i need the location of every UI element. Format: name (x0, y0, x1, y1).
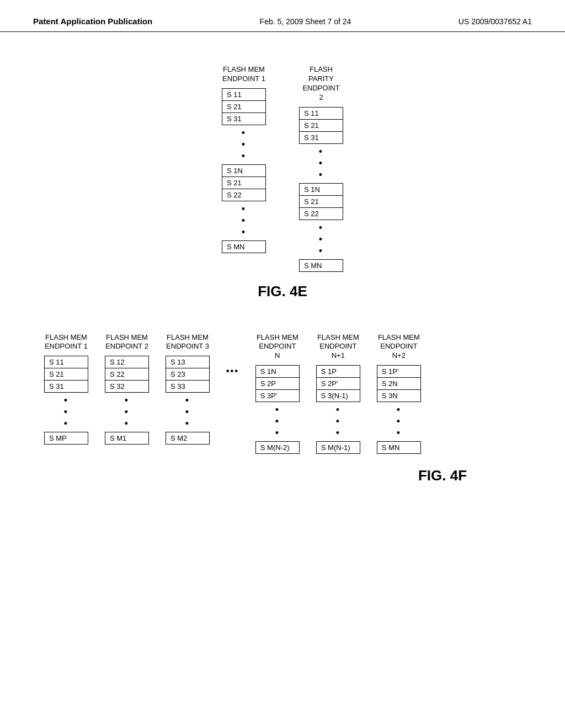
fig4f-epN2-table2: S MN (377, 441, 421, 454)
publication-label: Patent Application Publication (33, 17, 152, 26)
fig4e-section: FLASH MEMENDPOINT 1 S 11 S 21 S 31 ••• S… (33, 65, 532, 300)
fig4f-ep3-table2: S M2 (166, 432, 210, 445)
table-row: S 2N (377, 378, 420, 390)
table-row: S 1N (255, 366, 299, 378)
table-row: S 22 (105, 368, 149, 381)
table-row: S 33 (166, 381, 210, 393)
ellipsis-separator: ••• (226, 333, 239, 376)
dots-epN: ••• (275, 402, 280, 441)
table-row: S 1P' (377, 366, 420, 378)
fig4f-ep2-table: S 12 S 22 S 32 (105, 356, 149, 393)
table-row: S 32 (105, 381, 149, 393)
table-row: S 21 (300, 195, 343, 207)
fig4e-caption: FIG. 4E (258, 283, 307, 300)
fig4e-endpoint1-table3: S MN (222, 240, 266, 253)
fig4f-endpointN2-label: FLASH MEMENDPOINTN+2 (378, 333, 420, 361)
dots-ep3: ••• (185, 393, 190, 432)
fig4e-columns: FLASH MEMENDPOINT 1 S 11 S 21 S 31 ••• S… (222, 65, 343, 272)
publication-number: US 2009/0037652 A1 (459, 17, 532, 26)
table-row: S 31 (222, 113, 266, 125)
fig4e-endpoint2-table3: S MN (299, 259, 343, 272)
fig4f-epN-table: S 1N S 2P S 3P' (255, 365, 300, 402)
table-row: S MN (300, 259, 343, 271)
fig4e-endpoint2-table2: S 1N S 21 S 22 (299, 183, 343, 220)
table-row: S 1P (316, 366, 360, 378)
table-row: S M(N-2) (255, 442, 299, 454)
table-row: S 2P' (316, 378, 360, 390)
fig4f-endpointN2-col: FLASH MEMENDPOINTN+2 S 1P' S 2N S 3N •••… (377, 333, 421, 454)
fig4e-endpoint1-col: FLASH MEMENDPOINT 1 S 11 S 21 S 31 ••• S… (222, 65, 266, 253)
table-row: S 2P (255, 378, 299, 390)
table-row: S 31 (300, 131, 343, 143)
table-row: S 22 (222, 189, 266, 201)
table-row: S 31 (45, 381, 88, 393)
fig4f-endpointN1-col: FLASH MEMENDPOINTN+1 S 1P S 2P' S 3(N-1)… (316, 333, 360, 454)
fig4f-endpointN-label: FLASH MEMENDPOINTN (257, 333, 299, 361)
fig4f-columns: FLASH MEMENDPOINT 1 S 11 S 21 S 31 ••• S… (44, 333, 421, 454)
table-row: S 21 (222, 100, 266, 113)
fig4f-ep1-table: S 11 S 21 S 31 (44, 356, 88, 393)
fig4f-endpointN-col: FLASH MEMENDPOINTN S 1N S 2P S 3P' ••• S… (255, 333, 300, 454)
main-content: FLASH MEMENDPOINT 1 S 11 S 21 S 31 ••• S… (0, 32, 565, 495)
fig4f-endpointN1-label: FLASH MEMENDPOINTN+1 (317, 333, 359, 361)
table-row: S 21 (45, 368, 88, 381)
table-row: S MN (222, 240, 266, 253)
table-row: S 21 (300, 119, 343, 131)
table-row: S 3(N-1) (316, 390, 360, 402)
fig4e-endpoint2-label: FLASHPARITYENDPOINT2 (302, 65, 339, 103)
fig4f-endpoint1-col: FLASH MEMENDPOINT 1 S 11 S 21 S 31 ••• S… (44, 333, 88, 445)
table-row: S 3P' (255, 390, 299, 402)
table-row: S MP (45, 432, 88, 445)
fig4f-epN2-table: S 1P' S 2N S 3N (377, 365, 421, 402)
fig4f-epN1-table2: S M(N-1) (316, 441, 360, 454)
table-row: S 23 (166, 368, 210, 381)
fig4f-ep3-table: S 13 S 23 S 33 (166, 356, 210, 393)
table-row: S 11 (45, 356, 88, 368)
dots-epN2: ••• (397, 402, 401, 441)
fig4f-epN1-table: S 1P S 2P' S 3(N-1) (316, 365, 360, 402)
table-row: S M1 (105, 432, 149, 445)
table-row: S 13 (166, 356, 210, 368)
fig4f-ep1-table2: S MP (44, 432, 88, 445)
dots1: ••• (242, 125, 246, 164)
page: Patent Application Publication Feb. 5, 2… (0, 0, 565, 728)
publication-date-sheet: Feb. 5, 2009 Sheet 7 of 24 (260, 17, 351, 26)
fig4e-endpoint2-table: S 11 S 21 S 31 (299, 107, 343, 144)
dots2: ••• (242, 201, 246, 240)
table-row: S 12 (105, 356, 149, 368)
dots3: ••• (319, 144, 323, 183)
fig4f-endpoint1-label: FLASH MEMENDPOINT 1 (45, 333, 88, 352)
dots-ep1: ••• (64, 393, 68, 432)
table-row: S 22 (300, 207, 343, 220)
table-row: S 11 (300, 107, 343, 119)
fig4f-endpoint3-label: FLASH MEMENDPOINT 3 (166, 333, 209, 352)
table-row: S 21 (222, 176, 266, 189)
table-row: S M2 (166, 432, 210, 445)
fig4e-endpoint1-table: S 11 S 21 S 31 (222, 88, 266, 125)
dots-ep2: ••• (125, 393, 129, 432)
fig4f-ep2-table2: S M1 (105, 432, 149, 445)
dots4: ••• (319, 220, 323, 259)
fig4e-endpoint1-table2: S 1N S 21 S 22 (222, 164, 266, 201)
table-row: S 1N (300, 183, 343, 195)
fig4f-endpoint3-col: FLASH MEMENDPOINT 3 S 13 S 23 S 33 ••• S… (166, 333, 210, 445)
fig4f-caption: FIG. 4F (199, 467, 565, 484)
table-row: S 3N (377, 390, 420, 402)
dots-epN1: ••• (336, 402, 340, 441)
table-row: S 1N (222, 164, 266, 176)
table-row: S MN (377, 442, 420, 454)
fig4f-endpoint2-label: FLASH MEMENDPOINT 2 (105, 333, 148, 352)
table-row: S M(N-1) (316, 442, 360, 454)
fig4e-endpoint1-label: FLASH MEMENDPOINT 1 (222, 65, 265, 84)
table-row: S 11 (222, 88, 266, 100)
fig4e-endpoint2-col: FLASHPARITYENDPOINT2 S 11 S 21 S 31 ••• … (299, 65, 343, 272)
fig4f-section: FLASH MEMENDPOINT 1 S 11 S 21 S 31 ••• S… (33, 333, 532, 485)
page-header: Patent Application Publication Feb. 5, 2… (0, 0, 565, 32)
fig4f-epN-table2: S M(N-2) (255, 441, 300, 454)
fig4f-endpoint2-col: FLASH MEMENDPOINT 2 S 12 S 22 S 32 ••• S… (105, 333, 149, 445)
